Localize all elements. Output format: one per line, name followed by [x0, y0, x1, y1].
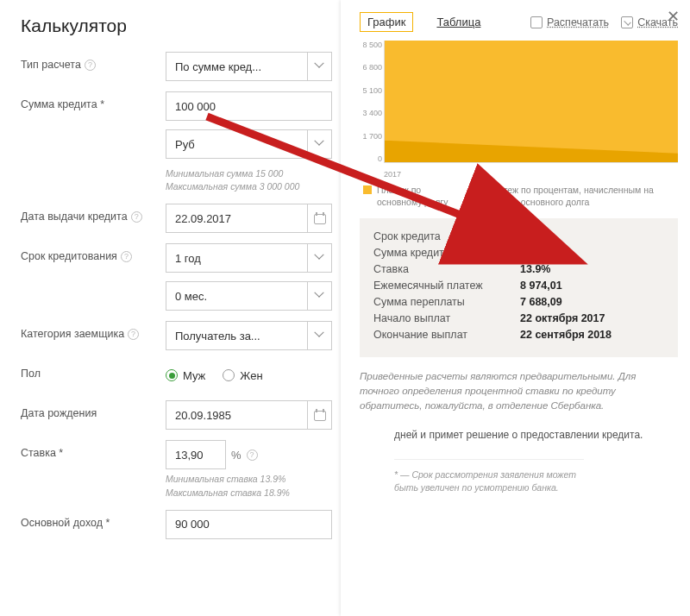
label-amount: Сумма кредита * — [21, 98, 104, 110]
rate-input[interactable] — [166, 440, 226, 469]
payment-chart: 8 500 6 800 5 100 3 400 1 700 0 2017 — [384, 41, 678, 179]
summary-box: Срок кредита12 мес. Сумма кредита100 000… — [360, 218, 678, 357]
label-income: Основной доход * — [21, 517, 110, 529]
info-icon[interactable]: ? — [131, 211, 142, 223]
disclaimer-text: Приведенные расчеты являются предварител… — [360, 369, 678, 412]
label-term: Срок кредитования — [21, 250, 117, 262]
label-rate: Ставка * — [21, 447, 63, 459]
chevron-down-icon[interactable] — [307, 281, 332, 311]
chevron-down-icon[interactable] — [307, 243, 332, 273]
term-months-select[interactable]: 0 мес. — [166, 281, 307, 311]
income-input[interactable] — [166, 510, 332, 539]
label-birth: Дата рождения — [21, 407, 97, 419]
term-years-select[interactable]: 1 год — [166, 243, 307, 273]
info-icon[interactable]: ? — [247, 449, 258, 461]
calendar-icon[interactable] — [307, 400, 332, 430]
amount-hint: Минимальная сумма 15 000 Максимальная су… — [166, 167, 332, 193]
download-icon — [621, 16, 633, 28]
gender-male-radio[interactable]: Муж — [166, 369, 205, 382]
label-gender: Пол — [21, 368, 41, 380]
birth-input[interactable] — [166, 400, 307, 430]
chevron-down-icon[interactable] — [307, 129, 332, 159]
currency-select[interactable]: Руб — [166, 129, 307, 159]
gender-female-radio[interactable]: Жен — [223, 369, 262, 382]
chevron-down-icon[interactable] — [307, 52, 332, 81]
label-calc-type: Тип расчета — [21, 59, 81, 71]
info-icon[interactable]: ? — [85, 60, 96, 71]
background-text: дней и примет решение о предоставлении к… — [360, 428, 678, 494]
info-icon[interactable]: ? — [121, 251, 132, 262]
percent-label: % — [231, 449, 242, 462]
info-icon[interactable]: ? — [128, 329, 139, 340]
amount-input[interactable] — [166, 91, 332, 121]
tab-table[interactable]: Таблица — [429, 12, 488, 32]
calc-type-select[interactable]: По сумме кред... — [166, 52, 307, 81]
calendar-icon[interactable] — [307, 204, 332, 233]
chart-legend: Платеж по основному долгу Платеж по проц… — [363, 184, 678, 208]
tab-chart[interactable]: График — [360, 12, 413, 32]
chevron-down-icon[interactable] — [307, 321, 332, 350]
rate-hint: Минимальная ставка 13.9% Максимальная ст… — [166, 473, 332, 499]
result-panel: ✕ График Таблица Распечатать Скачать 8 5… — [341, 0, 690, 616]
close-icon[interactable]: ✕ — [667, 7, 680, 26]
label-issue-date: Дата выдачи кредита — [21, 211, 128, 223]
label-category: Категория заемщика — [21, 328, 124, 340]
calculator-form: Калькулятор Тип расчета? По сумме кред..… — [0, 0, 341, 616]
page-title: Калькулятор — [21, 16, 332, 36]
category-select[interactable]: Получатель за... — [166, 321, 307, 350]
print-icon — [530, 16, 543, 28]
issue-date-input[interactable] — [166, 204, 307, 233]
print-link[interactable]: Распечатать — [530, 16, 609, 28]
